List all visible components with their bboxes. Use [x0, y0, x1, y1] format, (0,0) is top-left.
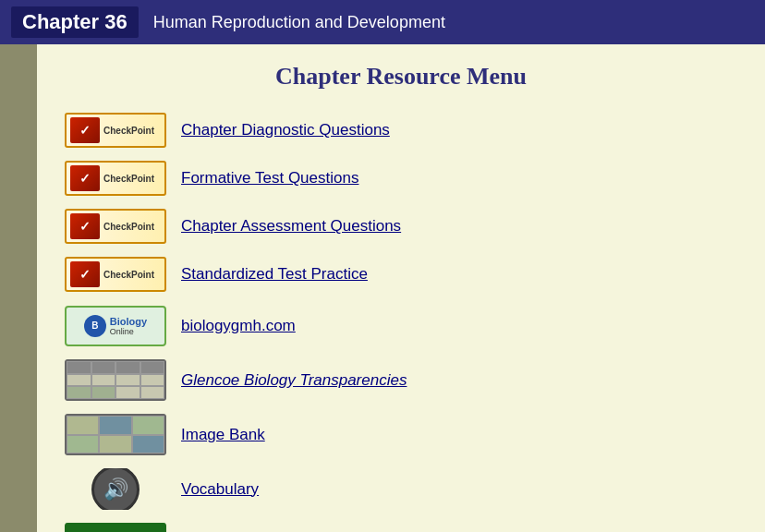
image-bank-link[interactable]: Image Bank [181, 426, 265, 444]
cp-label: CheckPoint [103, 126, 154, 136]
list-item: Glencoe Biology Transparencies [65, 356, 737, 405]
cp-label: CheckPoint [103, 222, 154, 232]
chapter-label: Chapter 36 [11, 6, 139, 38]
transparencies-link[interactable]: Glencoe Biology Transparencies [181, 371, 407, 390]
menu-items-list: ✓ CheckPoint Chapter Diagnostic Question… [65, 109, 737, 532]
standardized-link[interactable]: Standardized Test Practice [181, 265, 368, 284]
list-item: Image Bank [65, 410, 737, 459]
cp-logo: ✓ [70, 165, 100, 191]
checkpoint-icon-3: ✓ CheckPoint [65, 209, 166, 244]
checkpoint-icon-4: ✓ CheckPoint [65, 257, 166, 292]
check-icon: ✓ [79, 219, 91, 234]
list-item: 🔊 Vocabulary [65, 465, 737, 514]
cp-label: CheckPoint [103, 174, 154, 184]
speaker-icon: 🔊 [103, 478, 128, 502]
online-label: Online [110, 327, 147, 336]
main-content: Chapter Resource Menu ✓ CheckPoint Chapt… [0, 44, 765, 532]
cp-label: CheckPoint [103, 270, 154, 280]
formative-link[interactable]: Formative Test Questions [181, 169, 358, 187]
ib-badge [65, 414, 166, 455]
cp-logo: ✓ [70, 117, 100, 143]
header-title: Human Reproduction and Development [153, 13, 445, 32]
transparencies-icon [65, 359, 166, 401]
list-item: ✓ CheckPoint Chapter Diagnostic Question… [65, 109, 737, 151]
assessment-link[interactable]: Chapter Assessment Questions [181, 217, 401, 236]
cp-logo: ✓ [70, 261, 100, 287]
trans-badge [65, 359, 166, 401]
cp-logo: ✓ [70, 213, 100, 239]
list-item: B Biology Online biologygmh.com [65, 301, 737, 350]
biology-label: Biology [110, 316, 147, 327]
list-item: ✓ CheckPoint Formative Test Questions [65, 157, 737, 200]
menu-title: Chapter Resource Menu [65, 63, 737, 91]
vocabulary-link[interactable]: Vocabulary [181, 480, 259, 499]
list-item: ✓ CheckPoint Standardized Test Practice [65, 253, 737, 296]
list-item: ✓ CheckPoint Chapter Assessment Question… [65, 205, 737, 248]
concepts-in-motion-icon: cOncepts In Motion [65, 523, 166, 532]
diagnostic-link[interactable]: Chapter Diagnostic Questions [181, 121, 390, 139]
concepts-badge: cOncepts In Motion [65, 523, 166, 532]
image-bank-icon [65, 414, 166, 455]
checkpoint-icon-1: ✓ CheckPoint [65, 113, 166, 148]
content-panel: Chapter Resource Menu ✓ CheckPoint Chapt… [37, 44, 765, 532]
biology-online-icon: B Biology Online [65, 305, 166, 346]
list-item: cOncepts In Motion Animation [65, 519, 737, 532]
check-icon: ✓ [79, 171, 91, 186]
checkpoint-icon-2: ✓ CheckPoint [65, 161, 166, 196]
check-icon: ✓ [79, 267, 91, 282]
left-sidebar [0, 44, 37, 532]
vocab-badge: 🔊 [91, 468, 140, 510]
check-icon: ✓ [79, 123, 91, 138]
biology-online-link[interactable]: biologygmh.com [181, 317, 296, 335]
vocabulary-icon: 🔊 [65, 468, 166, 510]
header: Chapter 36 Human Reproduction and Develo… [0, 0, 765, 44]
